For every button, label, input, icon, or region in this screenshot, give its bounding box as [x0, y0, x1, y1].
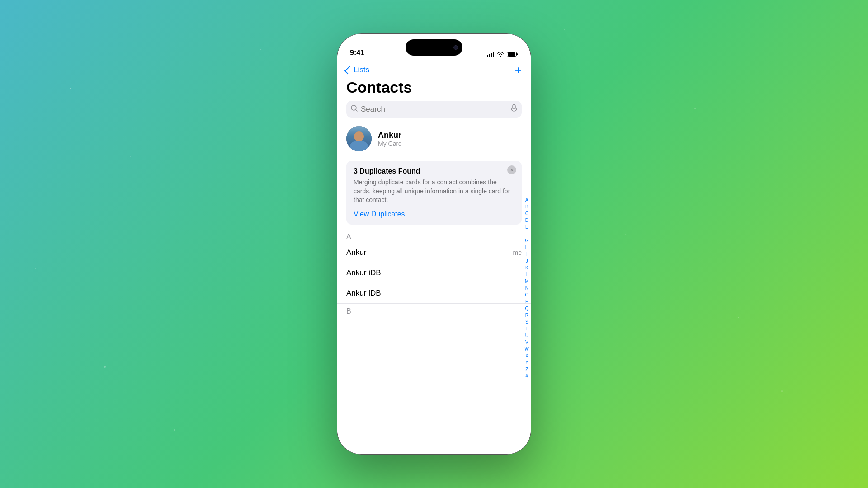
duplicates-title: 3 Duplicates Found: [354, 167, 504, 175]
search-icon: [351, 105, 358, 114]
screen: 9:41: [337, 34, 531, 454]
alpha-k[interactable]: K: [525, 264, 528, 271]
page-title-section: Contacts: [337, 78, 531, 101]
alpha-a[interactable]: A: [525, 197, 528, 203]
status-icons: [487, 52, 519, 57]
wifi-icon: [497, 52, 504, 57]
alpha-f[interactable]: F: [525, 230, 528, 237]
alpha-g[interactable]: G: [525, 237, 528, 244]
mic-icon[interactable]: [511, 104, 517, 114]
section-header-a: A: [337, 229, 531, 243]
status-time: 9:41: [350, 49, 364, 57]
duplicates-description: Merging duplicate cards for a contact co…: [354, 178, 514, 205]
alpha-hash[interactable]: #: [525, 373, 528, 380]
signal-bars-icon: [487, 52, 495, 57]
avatar-image: [346, 126, 372, 151]
section-header-b: B: [337, 304, 531, 317]
nav-bar: Lists +: [337, 61, 531, 78]
alpha-c[interactable]: C: [525, 210, 528, 217]
my-card-name: Ankur: [378, 131, 402, 140]
phone-shell: 9:41: [337, 33, 531, 455]
contact-name: Ankur: [346, 248, 513, 257]
contact-row[interactable]: Ankur iDB: [337, 283, 531, 304]
alpha-z[interactable]: Z: [525, 366, 528, 373]
battery-icon: [507, 52, 518, 57]
svg-rect-3: [513, 105, 515, 109]
alpha-m[interactable]: M: [525, 278, 528, 285]
alpha-w[interactable]: W: [525, 346, 529, 352]
search-input[interactable]: [361, 105, 511, 114]
contact-badge: me: [513, 249, 522, 256]
camera-indicator: [453, 45, 458, 50]
alpha-r[interactable]: R: [525, 312, 528, 319]
contacts-list[interactable]: Ankur My Card × 3 Duplicates Found Mergi…: [337, 122, 531, 454]
svg-rect-1: [508, 52, 515, 56]
alpha-s[interactable]: S: [525, 319, 528, 325]
close-button[interactable]: ×: [507, 165, 516, 174]
alpha-q[interactable]: Q: [525, 305, 528, 312]
signal-bar-2: [489, 54, 490, 57]
alpha-u[interactable]: U: [525, 332, 528, 339]
svg-point-2: [351, 105, 356, 110]
alpha-j[interactable]: J: [526, 258, 528, 264]
alpha-x[interactable]: X: [525, 352, 528, 359]
duplicates-banner: × 3 Duplicates Found Merging duplicate c…: [346, 161, 522, 225]
alpha-d[interactable]: D: [525, 217, 528, 224]
signal-bar-3: [491, 53, 492, 57]
alpha-p[interactable]: P: [525, 298, 528, 305]
alpha-i[interactable]: I: [526, 251, 528, 258]
alpha-v[interactable]: V: [525, 339, 528, 346]
signal-bar-4: [493, 52, 494, 57]
dynamic-island: [406, 39, 462, 56]
contact-name: Ankur iDB: [346, 268, 522, 277]
my-card-row[interactable]: Ankur My Card: [337, 122, 531, 156]
search-bar[interactable]: [346, 101, 522, 118]
alpha-b[interactable]: B: [525, 203, 528, 210]
alpha-l[interactable]: L: [525, 271, 528, 278]
add-button[interactable]: +: [515, 64, 522, 76]
alpha-t[interactable]: T: [525, 325, 528, 332]
avatar: [346, 126, 372, 151]
alpha-y[interactable]: Y: [525, 359, 528, 366]
page-title: Contacts: [346, 79, 522, 96]
signal-bar-1: [487, 55, 488, 57]
my-card-info: Ankur My Card: [378, 131, 402, 147]
alpha-h[interactable]: H: [525, 244, 528, 251]
view-duplicates-link[interactable]: View Duplicates: [354, 210, 514, 218]
chevron-left-icon: [344, 66, 353, 74]
alpha-o[interactable]: O: [525, 291, 528, 298]
alpha-n[interactable]: N: [525, 285, 528, 291]
contact-name: Ankur iDB: [346, 289, 522, 298]
contact-row[interactable]: Ankur iDB: [337, 263, 531, 283]
contact-row[interactable]: Ankur me: [337, 243, 531, 263]
my-card-label: My Card: [378, 140, 402, 147]
alpha-e[interactable]: E: [525, 224, 528, 230]
back-label: Lists: [354, 66, 369, 75]
back-button[interactable]: Lists: [346, 66, 369, 75]
alphabet-index[interactable]: A B C D E F G H I J K L M N O P Q R S T: [525, 197, 529, 380]
